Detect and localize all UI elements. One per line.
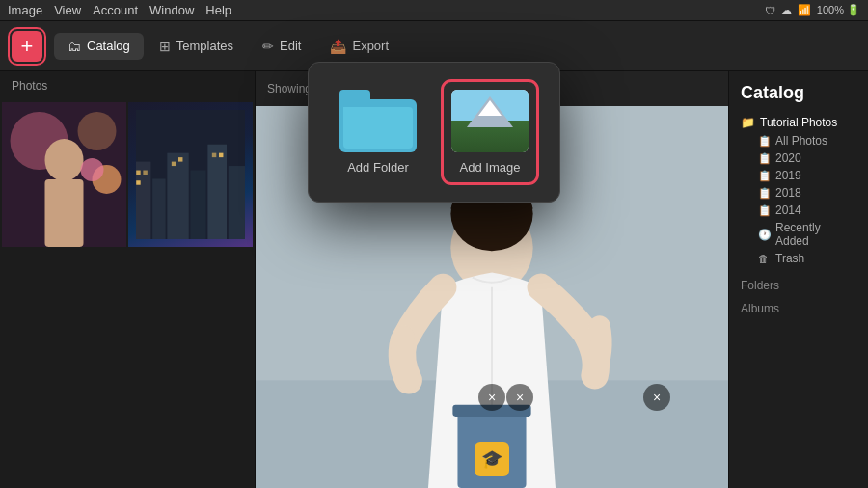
year-2014-icon: 📋: [758, 204, 770, 217]
sidebar-albums-label: Albums: [737, 294, 860, 317]
svg-rect-16: [136, 180, 140, 184]
recently-added-icon: 🕐: [758, 229, 770, 241]
svg-rect-18: [178, 157, 182, 161]
svg-rect-19: [212, 153, 216, 157]
sidebar-item-all-photos[interactable]: 📋 All Photos: [737, 132, 860, 149]
folder-icon-large: [339, 90, 417, 152]
svg-rect-20: [219, 153, 223, 157]
sidebar-item-2020[interactable]: 📋 2020: [737, 149, 860, 167]
popup-container: Add Folder Add Image: [308, 62, 560, 203]
svg-rect-17: [172, 162, 176, 166]
tab-catalog[interactable]: 🗂 Catalog: [54, 33, 144, 60]
sidebar-section-main: 📁 Tutorial Photos 📋 All Photos 📋 2020 📋 …: [737, 113, 860, 267]
svg-rect-4: [45, 179, 84, 247]
sidebar-folders-label: Folders: [737, 271, 860, 294]
svg-point-3: [45, 139, 84, 181]
toolbar-tabs: 🗂 Catalog ⊞ Templates ✏ Edit 📤 Export: [54, 33, 402, 60]
menu-account[interactable]: Account: [93, 3, 138, 17]
edit-icon: ✏: [262, 39, 274, 54]
sidebar-item-2019[interactable]: 📋 2019: [737, 167, 860, 184]
catalog-icon: 🗂: [68, 39, 81, 54]
popup-add-folder-label: Add Folder: [347, 160, 409, 175]
year-2018-icon: 📋: [758, 187, 770, 200]
photo-grid: [0, 100, 255, 249]
svg-rect-13: [229, 166, 245, 239]
tab-export[interactable]: 📤 Export: [316, 33, 402, 60]
popup-add-folder[interactable]: Add Folder: [332, 82, 424, 182]
export-icon: 📤: [330, 39, 346, 54]
folder-inner: [343, 107, 413, 149]
mountain-snow: [478, 100, 502, 116]
right-sidebar: Catalog 📁 Tutorial Photos 📋 All Photos 📋…: [728, 71, 868, 488]
svg-point-6: [81, 158, 104, 181]
menu-image[interactable]: Image: [8, 3, 42, 17]
year-2020-icon: 📋: [758, 152, 770, 165]
battery-indicator: 100% 🔋: [817, 4, 860, 16]
thumbnail-2[interactable]: [128, 102, 253, 247]
svg-rect-10: [167, 153, 188, 239]
tab-templates[interactable]: ⊞ Templates: [146, 33, 247, 60]
left-panel: Photos: [0, 71, 256, 488]
image-mountain-bg: [451, 90, 529, 152]
svg-rect-11: [191, 171, 206, 239]
year-2019-icon: 📋: [758, 170, 770, 182]
sidebar-item-2018[interactable]: 📋 2018: [737, 184, 860, 202]
templates-icon: ⊞: [159, 39, 171, 54]
sidebar-item-trash[interactable]: 🗑 Trash: [737, 250, 860, 267]
lr-icon: 🎓: [475, 442, 509, 476]
system-icon-cloud: ☁: [781, 4, 792, 16]
all-photos-icon: 📋: [758, 135, 770, 148]
system-icon-shield: 🛡: [765, 5, 775, 16]
thumbnail-1[interactable]: [2, 102, 126, 247]
menu-window[interactable]: Window: [149, 3, 194, 17]
menu-view[interactable]: View: [54, 3, 81, 17]
system-icons: 🛡 ☁ 📶 100% 🔋: [765, 4, 860, 16]
close-button-left[interactable]: ×: [506, 384, 533, 411]
add-button[interactable]: +: [12, 31, 42, 62]
close-button-center[interactable]: ×: [478, 384, 505, 411]
tab-edit[interactable]: ✏ Edit: [249, 33, 314, 60]
svg-point-2: [78, 112, 117, 150]
close-button-right[interactable]: ×: [643, 384, 670, 411]
menu-help[interactable]: Help: [205, 3, 231, 17]
trash-icon: 🗑: [758, 253, 770, 264]
system-icon-wifi: 📶: [798, 4, 811, 16]
left-panel-header: Photos: [0, 71, 255, 100]
image-icon-large: [451, 90, 529, 152]
svg-rect-15: [143, 171, 147, 175]
sidebar-item-recently-added[interactable]: 🕐 Recently Added: [737, 219, 860, 250]
sidebar-title: Catalog: [737, 83, 860, 103]
popup-add-image[interactable]: Add Image: [444, 82, 536, 182]
popup-card: Add Folder Add Image: [308, 62, 560, 203]
tutorial-photos-icon: 📁: [741, 116, 754, 129]
svg-rect-9: [152, 178, 165, 239]
menu-bar: Image View Account Window Help 🛡 ☁ 📶 100…: [0, 0, 868, 21]
folder-body: [339, 99, 417, 152]
svg-rect-14: [136, 171, 140, 175]
popup-add-image-label: Add Image: [460, 160, 521, 175]
sidebar-item-tutorial-photos[interactable]: 📁 Tutorial Photos: [737, 113, 860, 132]
sidebar-item-2014[interactable]: 📋 2014: [737, 202, 860, 219]
svg-rect-12: [207, 145, 227, 239]
